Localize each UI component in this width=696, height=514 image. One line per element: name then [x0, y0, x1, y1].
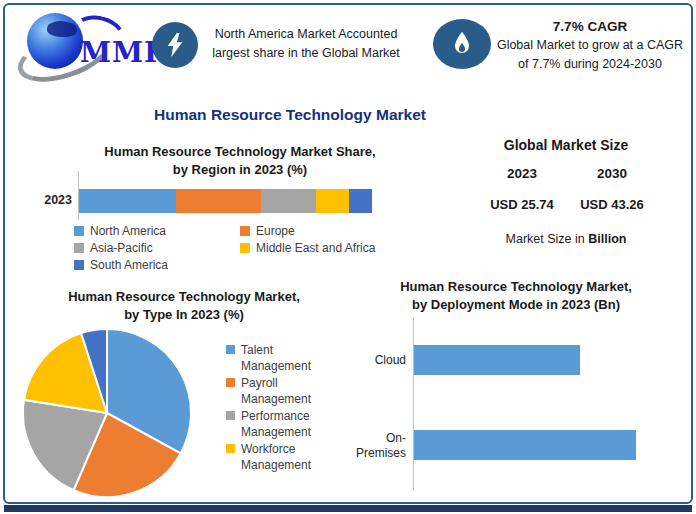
- legend-item-talent: Talent Management: [226, 342, 336, 374]
- cagr-title: 7.7% CAGR: [494, 17, 686, 36]
- callout-cagr: 7.7% CAGR Global Market to grow at a CAG…: [494, 17, 686, 74]
- legend-item-europe: Europe: [240, 224, 404, 238]
- region-legend: North America Europe Asia-Pacific Middle…: [74, 224, 404, 272]
- region-stacked-bar: [79, 189, 372, 213]
- deployment-label-cloud: Cloud: [338, 353, 406, 368]
- legend-swatch: [74, 226, 84, 236]
- legend-item-workforce: Workforce Management: [226, 441, 336, 473]
- legend-swatch: [226, 378, 235, 387]
- legend-item-north-america: North America: [74, 224, 240, 238]
- region-segment-1: [176, 189, 261, 213]
- deployment-bar-cloud: [414, 345, 580, 375]
- callout-north-america-text: North America Market Accounted largest s…: [196, 25, 416, 63]
- region-axis-label: 2023: [26, 193, 72, 207]
- legend-item-payroll: Payroll Management: [226, 375, 336, 407]
- deployment-y-axis: [413, 318, 414, 490]
- legend-item-mea: Middle East and Africa: [240, 241, 404, 255]
- bottom-accent-bar: [4, 505, 692, 512]
- legend-item-south-america: South America: [74, 258, 240, 272]
- legend-swatch: [226, 411, 235, 420]
- page-title: Human Resource Technology Market: [60, 106, 520, 124]
- market-size-year-2030: 2030: [572, 166, 652, 181]
- region-segment-3: [316, 189, 348, 213]
- market-size-title: Global Market Size: [470, 137, 662, 153]
- infographic-canvas: MMR North America Market Accounted large…: [0, 0, 696, 514]
- type-pie-svg: [21, 327, 193, 499]
- cagr-text: Global Market to grow at a CAGR of 7.7% …: [494, 36, 686, 74]
- mmr-logo: MMR: [14, 8, 149, 90]
- lightning-bolt-icon: [152, 22, 198, 68]
- legend-swatch: [74, 260, 84, 270]
- region-segment-0: [79, 189, 176, 213]
- type-pie-chart: [21, 327, 193, 499]
- deployment-chart-title: Human Resource Technology Market, by Dep…: [350, 278, 682, 314]
- type-chart-title: Human Resource Technology Market, by Typ…: [28, 288, 340, 324]
- region-chart-title: Human Resource Technology Market Share, …: [62, 143, 418, 179]
- region-segment-4: [349, 189, 372, 213]
- legend-item-performance: Performance Management: [226, 408, 336, 440]
- type-legend: Talent Management Payroll Management Per…: [226, 342, 336, 474]
- legend-item-asia-pacific: Asia-Pacific: [74, 241, 240, 255]
- market-size-value-2030: USD 43.26: [567, 197, 657, 212]
- market-size-year-2023: 2023: [482, 166, 562, 181]
- market-size-value-2023: USD 25.74: [477, 197, 567, 212]
- deployment-bar-on-premises: [414, 430, 636, 460]
- flame-icon: [433, 19, 491, 69]
- region-segment-2: [261, 189, 317, 213]
- legend-swatch: [240, 243, 250, 253]
- deployment-label-on-premises: On-Premises: [338, 431, 406, 461]
- legend-swatch: [240, 226, 250, 236]
- market-size-note: Market Size in Billion: [470, 232, 662, 246]
- legend-swatch: [226, 444, 235, 453]
- legend-swatch: [74, 243, 84, 253]
- legend-swatch: [226, 345, 235, 354]
